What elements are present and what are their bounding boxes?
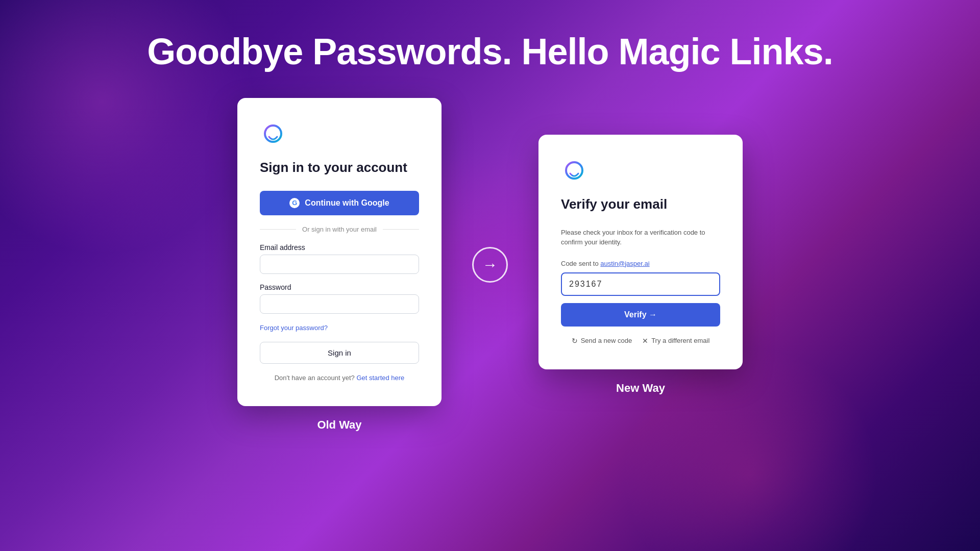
- refresh-icon: ↻: [572, 337, 578, 345]
- no-account-text: Don't have an account yet?: [275, 374, 355, 382]
- password-label: Password: [260, 283, 419, 291]
- send-new-code-link[interactable]: ↻ Send a new code: [572, 337, 632, 345]
- arrow-icon: →: [482, 256, 498, 273]
- email-input[interactable]: [260, 255, 419, 274]
- arrow-circle: →: [472, 247, 508, 283]
- password-input[interactable]: [260, 294, 419, 314]
- password-group: Password: [260, 283, 419, 314]
- verify-logo-icon: [561, 159, 587, 186]
- email-label: Email address: [260, 243, 419, 252]
- google-sign-in-button[interactable]: G Continue with Google: [260, 191, 419, 215]
- verify-card: Verify your email Please check your inbo…: [538, 135, 743, 369]
- verification-code-input[interactable]: [561, 272, 720, 296]
- code-email-link[interactable]: austin@jasper.ai: [600, 260, 649, 267]
- headline: Goodbye Passwords. Hello Magic Links.: [147, 31, 832, 72]
- sign-in-card: Sign in to your account G Continue with …: [237, 98, 442, 406]
- sign-in-title: Sign in to your account: [260, 159, 419, 177]
- google-btn-label: Continue with Google: [305, 198, 389, 208]
- send-new-code-label: Send a new code: [581, 337, 632, 344]
- divider-line-right: [383, 229, 419, 230]
- cards-row: Sign in to your account G Continue with …: [0, 98, 980, 432]
- left-card-wrapper: Sign in to your account G Continue with …: [237, 98, 442, 432]
- code-sent-row: Code sent to austin@jasper.ai: [561, 260, 720, 267]
- logo-icon: [260, 122, 286, 149]
- try-different-email-link[interactable]: ✕ Try a different email: [642, 337, 709, 345]
- forgot-password-link[interactable]: Forgot your password?: [260, 324, 328, 332]
- right-card-wrapper: Verify your email Please check your inbo…: [538, 135, 743, 395]
- new-way-label: New Way: [616, 382, 665, 395]
- email-group: Email address: [260, 243, 419, 274]
- google-icon: G: [289, 198, 300, 208]
- divider-text: Or sign in with your email: [302, 226, 377, 233]
- verify-subtitle: Please check your inbox for a verificati…: [561, 228, 720, 247]
- verify-title: Verify your email: [561, 196, 720, 213]
- try-different-label: Try a different email: [651, 337, 709, 344]
- divider-line-left: [260, 229, 296, 230]
- sign-in-button[interactable]: Sign in: [260, 342, 419, 364]
- close-icon: ✕: [642, 337, 648, 345]
- bottom-actions: ↻ Send a new code ✕ Try a different emai…: [561, 337, 720, 345]
- old-way-label: Old Way: [317, 418, 361, 432]
- code-sent-prefix: Code sent to: [561, 260, 599, 267]
- signup-text: Don't have an account yet? Get started h…: [260, 374, 419, 382]
- verify-button[interactable]: Verify →: [561, 303, 720, 327]
- get-started-link[interactable]: Get started here: [356, 374, 404, 382]
- divider: Or sign in with your email: [260, 226, 419, 233]
